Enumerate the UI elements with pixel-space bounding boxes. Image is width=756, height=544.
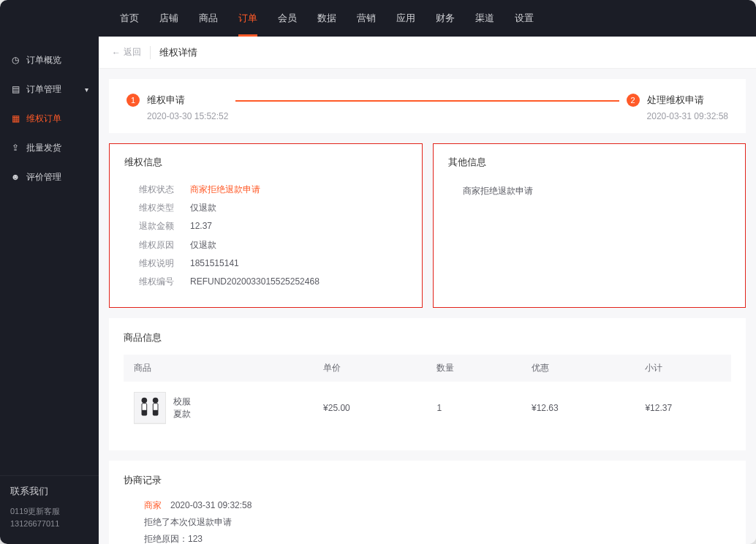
sidebar-item-label: 评价管理: [26, 171, 61, 184]
kv-value: REFUND2020033015525252468: [190, 273, 320, 291]
nav-channels[interactable]: 渠道: [465, 0, 504, 37]
nav-marketing[interactable]: 营销: [347, 0, 386, 37]
sidebar-item-label: 批量发货: [26, 142, 61, 154]
clock-icon: ◷: [10, 55, 20, 65]
th-product: 商品: [134, 362, 323, 374]
step-label: 处理维权申请: [647, 94, 704, 107]
kv-value: 商家拒绝退款申请: [190, 181, 260, 199]
product-name-line2: 夏款: [173, 408, 191, 420]
step-number: 1: [126, 94, 140, 107]
nav-shop[interactable]: 店铺: [149, 0, 189, 37]
th-discount: 优惠: [532, 362, 645, 374]
other-info-card: 其他信息 商家拒绝退款申请: [433, 143, 746, 308]
section-title: 商品信息: [124, 331, 731, 344]
sidebar-menu: ◷ 订单概览 ▤ 订单管理 ▾ ▦ 维权订单 ⇪ 批量发货 ☻ 评价管理: [0, 37, 99, 475]
th-subtotal: 小计: [645, 362, 721, 374]
nav-settings[interactable]: 设置: [504, 0, 544, 37]
cell-qty: 1: [436, 403, 532, 413]
sidebar-item-label: 维权订单: [26, 113, 61, 125]
contact-line1: 0119更新客服: [10, 505, 88, 518]
contact-line2: 13126677011: [10, 518, 88, 531]
kv-value: 仅退款: [190, 236, 216, 254]
sidebar-item-label: 订单概览: [26, 54, 61, 67]
step-label: 维权申请: [147, 94, 185, 107]
kv-key: 维权说明: [139, 254, 190, 273]
grid-icon: ▦: [10, 113, 20, 124]
arrow-left-icon: ←: [112, 48, 121, 58]
log-time: 2020-03-31 09:32:58: [170, 497, 252, 514]
contact-title: 联系我们: [10, 485, 88, 498]
chevron-down-icon: ▾: [85, 86, 88, 94]
sidebar-item-overview[interactable]: ◷ 订单概览: [0, 45, 99, 75]
svg-point-3: [153, 398, 159, 404]
nav-data[interactable]: 数据: [307, 0, 347, 37]
product-thumb: [134, 392, 166, 424]
steps-card: 1 维权申请 2020-03-30 15:52:52 2 处理维权申请: [109, 79, 746, 133]
log-actor: 商家: [144, 497, 162, 514]
list-icon: ▤: [10, 84, 20, 94]
product-info-card: 商品信息 商品 单价 数量 优惠 小计: [109, 318, 746, 450]
back-label: 返回: [124, 46, 141, 58]
cell-discount: ¥12.63: [532, 403, 645, 413]
product-name: 校服 夏款: [173, 396, 191, 420]
kv-value: 1851515141: [190, 254, 239, 273]
nav-members[interactable]: 会员: [268, 0, 307, 37]
top-nav: 首页 店铺 商品 订单 会员 数据 营销 应用 财务 渠道 设置: [0, 0, 756, 37]
sidebar-item-label: 订单管理: [26, 83, 61, 96]
product-name-line1: 校服: [173, 396, 191, 408]
step-connector: [235, 100, 619, 102]
rights-info-card: 维权信息 维权状态商家拒绝退款申请 维权类型仅退款 退款金额12.37 维权原因…: [109, 143, 423, 308]
crumb-bar: ← 返回 维权详情: [99, 37, 756, 69]
other-info-text: 商家拒绝退款申请: [448, 181, 731, 197]
sidebar-item-order-manage[interactable]: ▤ 订单管理 ▾: [0, 75, 99, 104]
content: 1 维权申请 2020-03-30 15:52:52 2 处理维权申请: [99, 79, 756, 544]
kv-key: 退款金额: [139, 217, 190, 235]
section-title: 协商记录: [124, 474, 731, 487]
nav-goods[interactable]: 商品: [189, 0, 228, 37]
svg-rect-5: [143, 404, 147, 410]
ship-icon: ⇪: [10, 143, 20, 153]
step-number: 2: [627, 94, 640, 107]
sidebar-item-rights-order[interactable]: ▦ 维权订单: [0, 104, 99, 133]
info-row: 维权信息 维权状态商家拒绝退款申请 维权类型仅退款 退款金额12.37 维权原因…: [109, 143, 746, 308]
section-title: 维权信息: [124, 156, 407, 169]
contact-block: 联系我们 0119更新客服 13126677011: [0, 475, 99, 544]
kv-key: 维权类型: [139, 199, 190, 217]
log-entry: 商家 2020-03-31 09:32:58 拒绝了本次仅退款申请 拒绝原因：1…: [124, 497, 731, 544]
sidebar-item-reviews[interactable]: ☻ 评价管理: [0, 162, 99, 192]
kv-key: 维权编号: [139, 273, 190, 291]
product-table: 商品 单价 数量 优惠 小计: [124, 355, 731, 434]
nav-home[interactable]: 首页: [110, 0, 149, 37]
nav-finance[interactable]: 财务: [426, 0, 465, 37]
back-button[interactable]: ← 返回: [112, 46, 141, 58]
kv-key: 维权状态: [139, 181, 190, 199]
svg-point-1: [142, 398, 148, 404]
negotiation-log-card: 协商记录 商家 2020-03-31 09:32:58 拒绝了本次仅退款申请 拒…: [109, 461, 746, 544]
sidebar: ◷ 订单概览 ▤ 订单管理 ▾ ▦ 维权订单 ⇪ 批量发货 ☻ 评价管理 联系我…: [0, 37, 99, 544]
th-qty: 数量: [436, 362, 532, 374]
log-line2: 拒绝原因：123: [144, 531, 731, 544]
nav-apps[interactable]: 应用: [386, 0, 426, 37]
th-price: 单价: [323, 362, 436, 374]
nav-orders[interactable]: 订单: [228, 0, 268, 37]
cell-subtotal: ¥12.37: [645, 403, 721, 413]
svg-rect-0: [135, 392, 165, 423]
divider: [150, 46, 151, 59]
step-2: 2 处理维权申请 2020-03-31 09:32:58: [627, 94, 728, 121]
comment-icon: ☻: [10, 172, 20, 182]
table-row: 校服 夏款 ¥25.00 1 ¥12.63 ¥12.37: [124, 382, 731, 434]
sidebar-item-bulk-ship[interactable]: ⇪ 批量发货: [0, 133, 99, 162]
step-1: 1 维权申请 2020-03-30 15:52:52: [126, 94, 228, 121]
section-title: 其他信息: [448, 156, 731, 169]
page-title: 维权详情: [159, 46, 197, 59]
steps: 1 维权申请 2020-03-30 15:52:52 2 处理维权申请: [126, 94, 728, 121]
app-frame: 首页 店铺 商品 订单 会员 数据 营销 应用 财务 渠道 设置 ◷ 订单概览 …: [0, 0, 756, 544]
table-header: 商品 单价 数量 优惠 小计: [124, 355, 731, 382]
step-time: 2020-03-31 09:32:58: [647, 111, 728, 121]
svg-rect-6: [154, 404, 158, 410]
kv-value: 12.37: [190, 217, 212, 235]
kv-value: 仅退款: [190, 199, 216, 217]
step-time: 2020-03-30 15:52:52: [147, 111, 228, 121]
main-area: ← 返回 维权详情 1 维权申请 2020-03-30 15:52:52: [99, 37, 756, 544]
cell-price: ¥25.00: [323, 403, 436, 413]
